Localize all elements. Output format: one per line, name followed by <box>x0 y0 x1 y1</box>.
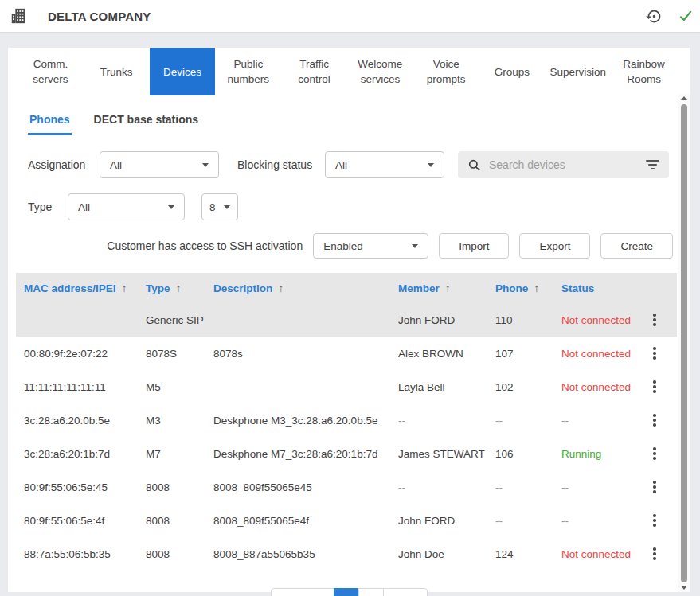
phone-cell: -- <box>495 481 561 493</box>
main-tab[interactable]: Rainbow Rooms <box>611 48 677 95</box>
table-row[interactable]: 3c:28:a6:20:1b:7d M7 Deskphone M7_3c:28:… <box>16 437 677 470</box>
mac-cell: 3c:28:a6:20:1b:7d <box>24 448 146 460</box>
phone-cell: 106 <box>495 448 561 460</box>
main-tab[interactable]: Trunks <box>84 48 150 95</box>
table-row[interactable]: 88:7a:55:06:5b:35 8008 8008_887a55065b35… <box>16 537 677 571</box>
company-building-icon <box>10 7 27 25</box>
table-row[interactable]: Generic SIP John FORD 110 Not connected <box>16 303 677 337</box>
sub-tab[interactable]: DECT base stations <box>92 113 200 135</box>
type-select[interactable]: All <box>68 193 185 220</box>
sort-arrow-icon: ↑ <box>278 282 284 294</box>
main-tab[interactable]: Devices <box>150 48 216 95</box>
main-tab-label: Welcome services <box>352 56 409 87</box>
column-header-label: Status <box>561 282 594 294</box>
member-cell: John FORD <box>398 314 495 326</box>
column-header[interactable]: Member ↑ <box>398 282 495 294</box>
main-tab[interactable]: Comm. servers <box>18 48 84 95</box>
status-cell: Not connected <box>561 314 645 326</box>
table-row[interactable]: 11:11:11:11:11:11 M5 Layla Bell 102 Not … <box>16 370 677 403</box>
phone-cell: -- <box>495 515 561 527</box>
import-button[interactable]: Import <box>439 233 509 259</box>
blocking-status-label: Blocking status <box>237 158 325 171</box>
main-tab-label: Devices <box>163 64 201 80</box>
table-row[interactable]: 80:9f:55:06:5e:45 8008 8008_809f55065e45… <box>16 470 677 504</box>
page-size-value: 8 <box>209 201 216 213</box>
type-cell: 8008 <box>146 481 213 493</box>
description-cell: 8078s <box>213 348 398 360</box>
scroll-up-arrow-icon[interactable] <box>681 96 687 100</box>
action-row: Customer has access to SSH activation En… <box>28 233 673 259</box>
row-menu-kebab-icon[interactable] <box>645 511 664 530</box>
main-tab-label: Trunks <box>100 64 133 80</box>
column-header[interactable]: Description ↑ <box>213 282 398 294</box>
export-button[interactable]: Export <box>519 233 590 259</box>
table-row[interactable]: 3c:28:a6:20:0b:5e M3 Deskphone M3_3c:28:… <box>16 403 677 437</box>
next-page-button[interactable]: Next <box>383 588 428 596</box>
filter-list-icon[interactable] <box>646 160 659 169</box>
scrollbar-thumb[interactable] <box>681 104 687 582</box>
member-cell: -- <box>398 481 495 493</box>
create-button[interactable]: Create <box>600 233 673 259</box>
previous-page-button[interactable]: Previous <box>271 588 334 596</box>
ssh-activation-select[interactable]: Enabled <box>313 233 428 259</box>
mac-cell: 80:9f:55:06:5e:4f <box>24 515 146 527</box>
table-body: Generic SIP John FORD 110 Not connected … <box>16 303 677 571</box>
main-tab[interactable]: Traffic control <box>281 48 347 95</box>
status-cell: Not connected <box>561 381 645 393</box>
column-header[interactable]: Type ↑ <box>146 282 213 294</box>
row-menu-kebab-icon[interactable] <box>645 344 664 363</box>
sort-arrow-icon: ↑ <box>534 282 539 294</box>
column-header[interactable]: Status <box>561 282 645 294</box>
main-tab[interactable]: Voice prompts <box>413 48 479 95</box>
row-menu-kebab-icon[interactable] <box>645 411 664 430</box>
column-header[interactable]: Phone ↑ <box>495 282 561 294</box>
blocking-status-select[interactable]: All <box>325 151 444 178</box>
member-cell: Layla Bell <box>398 381 495 393</box>
member-cell: John Doe <box>398 548 495 560</box>
page-size-select[interactable]: 8 <box>201 193 238 220</box>
page-number-button[interactable]: 1 <box>334 588 359 596</box>
main-tab[interactable]: Welcome services <box>347 48 413 95</box>
row-menu-kebab-icon[interactable] <box>645 377 664 396</box>
main-tab-label: Groups <box>495 64 530 80</box>
main-tab[interactable]: Groups <box>479 48 546 95</box>
assignation-select[interactable]: All <box>100 151 219 178</box>
sort-arrow-icon: ↑ <box>445 282 451 294</box>
page-buttons: 1 2 <box>334 588 384 596</box>
member-cell: Alex BROWN <box>398 348 495 360</box>
mac-cell: 11:11:11:11:11:11 <box>24 381 146 393</box>
table-row[interactable]: 00:80:9f:2e:07:22 8078S 8078s Alex BROWN… <box>16 337 677 370</box>
phone-cell: 124 <box>495 548 561 560</box>
description-cell: 8008_809f55065e4f <box>213 515 398 527</box>
phone-cell: -- <box>495 415 561 427</box>
column-header-label: Type <box>146 282 170 294</box>
row-menu-kebab-icon[interactable] <box>645 310 664 329</box>
main-panel: Comm. servers Trunks Devices Public numb… <box>8 48 690 592</box>
pagination: Previous 1 2 Next <box>8 588 690 596</box>
sub-tab[interactable]: Phones <box>28 113 72 135</box>
status-cell: -- <box>561 415 645 427</box>
search-input[interactable] <box>489 158 646 171</box>
main-tab[interactable]: Supervision <box>545 48 611 95</box>
assignation-value: All <box>110 159 122 171</box>
page-number-button[interactable]: 2 <box>358 588 384 596</box>
row-menu-kebab-icon[interactable] <box>645 477 664 497</box>
row-menu-kebab-icon[interactable] <box>645 444 664 463</box>
history-restore-icon[interactable] <box>644 6 663 25</box>
chevron-down-icon <box>412 244 418 248</box>
type-cell: M5 <box>146 381 213 393</box>
table-row[interactable]: 80:9f:55:06:5e:4f 8008 8008_809f55065e4f… <box>16 504 677 537</box>
main-tab-label: Voice prompts <box>418 56 475 87</box>
scroll-down-arrow-icon[interactable] <box>681 586 687 590</box>
chevron-down-icon <box>428 163 434 167</box>
ssh-activation-value: Enabled <box>323 240 363 252</box>
type-label: Type <box>28 201 68 213</box>
main-tab[interactable]: Public numbers <box>215 48 281 95</box>
column-header-label: Member <box>398 282 440 294</box>
phone-cell: 107 <box>495 348 561 360</box>
filter-row-1: Assignation All Blocking status All <box>28 151 670 178</box>
column-header[interactable]: MAC address/IPEI ↑ <box>24 282 146 294</box>
top-bar: DELTA COMPANY <box>0 0 700 33</box>
type-cell: M3 <box>146 415 213 427</box>
row-menu-kebab-icon[interactable] <box>645 544 664 563</box>
